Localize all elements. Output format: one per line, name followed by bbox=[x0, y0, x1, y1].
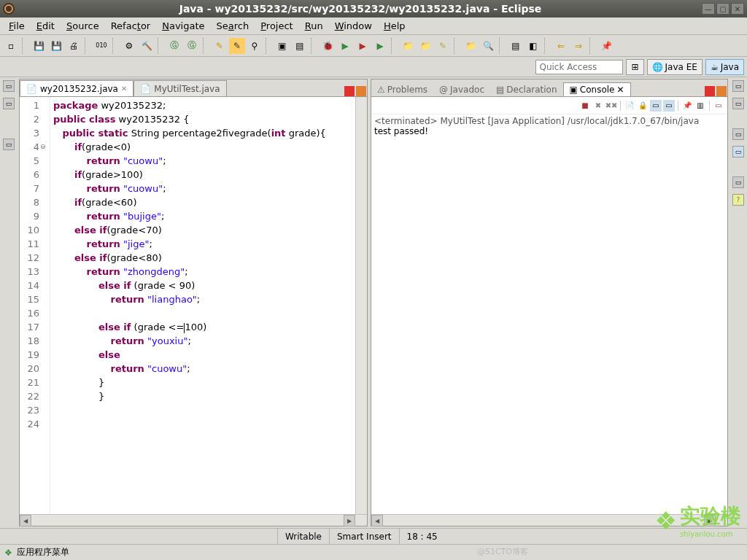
minimize-view-icon[interactable] bbox=[705, 86, 715, 96]
trim-restore-icon[interactable]: ▭ bbox=[732, 80, 744, 92]
save-icon[interactable]: 💾 bbox=[31, 38, 47, 54]
maximize-view-icon[interactable] bbox=[356, 86, 366, 96]
line-gutter: 123⊖456789101112131415161718192021222324 bbox=[20, 97, 50, 514]
print-icon[interactable]: 🖨 bbox=[66, 38, 82, 54]
new-pkg-icon[interactable]: Ⓖ bbox=[166, 38, 182, 54]
new-icon[interactable]: ▫ bbox=[3, 38, 19, 54]
scroll-left-icon[interactable]: ◀ bbox=[20, 515, 31, 526]
perspective-java[interactable]: ☕ Java bbox=[705, 59, 744, 75]
remove-all-icon[interactable]: ✖✖ bbox=[605, 100, 617, 112]
outline-view-icon[interactable]: ▭ bbox=[732, 98, 744, 109]
scroll-left-icon[interactable]: ◀ bbox=[371, 515, 383, 526]
wand-icon[interactable]: ✎ bbox=[212, 38, 228, 54]
right-trim: ▭ ▭ ▭ ▭ ▭ ? bbox=[729, 77, 747, 528]
pin-console-icon[interactable]: 📌 bbox=[681, 100, 693, 112]
terminate-icon[interactable]: ■ bbox=[579, 100, 591, 112]
build-icon[interactable]: 🔨 bbox=[139, 38, 155, 54]
vertical-scrollbar[interactable] bbox=[355, 97, 367, 514]
trim-restore4-icon[interactable]: ▭ bbox=[732, 176, 744, 188]
trim-restore2-icon[interactable]: ▭ bbox=[3, 139, 15, 150]
minimize-button[interactable]: — bbox=[702, 3, 715, 15]
scroll-right-icon[interactable]: ▶ bbox=[344, 515, 355, 526]
remove-icon[interactable]: ✖ bbox=[592, 100, 604, 112]
debug-srv-icon[interactable]: ⚙ bbox=[121, 38, 137, 54]
code-content[interactable]: package wy20135232;public class wy201352… bbox=[50, 97, 355, 514]
close-icon[interactable]: ✕ bbox=[617, 85, 624, 95]
console-horizontal-scrollbar[interactable]: ◀ ▶ bbox=[371, 514, 727, 526]
tab-console[interactable]: ▣ Console ✕ bbox=[563, 82, 631, 96]
code-editor[interactable]: 123⊖456789101112131415161718192021222324… bbox=[20, 97, 367, 514]
hex-icon[interactable]: 010 bbox=[93, 38, 109, 54]
debug-icon[interactable]: 🐞 bbox=[320, 38, 336, 54]
folder1-icon[interactable]: 📁 bbox=[400, 38, 416, 54]
help-icon[interactable]: ? bbox=[732, 194, 744, 206]
package-explorer-icon[interactable]: ▭ bbox=[3, 98, 15, 109]
tab-javadoc[interactable]: @ Javadoc bbox=[433, 83, 490, 96]
main-toolbar: ▫ 💾 💾 🖨 010 ⚙ 🔨 Ⓖ Ⓖ ✎ ✎ ⚲ ▣ ▤ 🐞 ▶ ▶ ▶ 📁 … bbox=[0, 35, 747, 57]
folder2-icon[interactable]: 📁 bbox=[417, 38, 433, 54]
menu-search[interactable]: Search bbox=[212, 19, 254, 33]
task-list-icon[interactable]: ▭ bbox=[732, 146, 744, 158]
tab-wy20135232[interactable]: 📄 wy20135232.java ✕ bbox=[20, 80, 133, 96]
java-file-icon: 📄 bbox=[26, 84, 37, 94]
menu-run[interactable]: Run bbox=[301, 19, 328, 33]
maximize-view-icon[interactable] bbox=[716, 86, 727, 96]
search-icon[interactable]: 🔍 bbox=[480, 38, 496, 54]
show-console1-icon[interactable]: ▭ bbox=[650, 100, 662, 112]
nav-back-icon[interactable]: ⇐ bbox=[553, 38, 569, 54]
close-icon[interactable]: ✕ bbox=[121, 85, 127, 93]
console-output[interactable]: <terminated> MyUtilTest [Java Applicatio… bbox=[371, 114, 727, 514]
scroll-right-icon[interactable]: ▶ bbox=[704, 515, 716, 526]
perspective-javaee[interactable]: 🌐 Java EE bbox=[647, 59, 703, 75]
open-console-icon[interactable]: ▭ bbox=[713, 100, 724, 112]
status-pos: 18 : 45 bbox=[399, 529, 445, 544]
menu-source[interactable]: Source bbox=[62, 19, 104, 33]
wand3-icon[interactable]: ✎ bbox=[435, 38, 451, 54]
trim-restore-icon[interactable]: ▭ bbox=[3, 80, 15, 92]
run-last-icon[interactable]: ▶ bbox=[372, 38, 388, 54]
status-bar: Writable Smart Insert 18 : 45 bbox=[0, 528, 747, 544]
tab-problems[interactable]: ⚠ Problems bbox=[371, 83, 433, 96]
folder3-icon[interactable]: 📁 bbox=[462, 38, 479, 54]
menu-window[interactable]: Window bbox=[330, 19, 376, 33]
ext-icon[interactable]: ▶ bbox=[355, 38, 371, 54]
tab-myutiltest[interactable]: 📄 MyUtilTest.java bbox=[133, 80, 226, 96]
menu-project[interactable]: Project bbox=[256, 19, 298, 33]
quick-access-input[interactable] bbox=[535, 60, 623, 74]
tab-declaration[interactable]: ▤ Declaration bbox=[490, 83, 563, 96]
scroll-lock-icon[interactable]: 🔒 bbox=[637, 100, 649, 112]
app-menu-button[interactable]: 应用程序菜单 bbox=[17, 546, 69, 559]
link-icon[interactable]: ⚲ bbox=[247, 38, 263, 54]
maximize-button[interactable]: ▢ bbox=[716, 3, 729, 15]
view-tabs: ⚠ Problems @ Javadoc ▤ Declaration ▣ Con… bbox=[371, 79, 727, 97]
wand2-icon[interactable]: ✎ bbox=[229, 38, 245, 54]
box2-icon[interactable]: ▤ bbox=[292, 38, 308, 54]
menu-help[interactable]: Help bbox=[379, 19, 410, 33]
menu-file[interactable]: File bbox=[4, 19, 29, 33]
save-all-icon[interactable]: 💾 bbox=[48, 38, 64, 54]
tool-icon[interactable]: ◧ bbox=[525, 38, 541, 54]
taskbar: ❖ 应用程序菜单 bbox=[0, 544, 747, 560]
run-icon[interactable]: ▶ bbox=[337, 38, 353, 54]
menu-navigate[interactable]: Navigate bbox=[158, 19, 209, 33]
workspace: ▭ ▭ ▭ 📄 wy20135232.java ✕ 📄 MyUtilTest.j… bbox=[0, 77, 747, 528]
open-perspective-button[interactable]: ⊞ bbox=[626, 59, 643, 75]
nav-fwd-icon[interactable]: ⇒ bbox=[570, 38, 587, 54]
close-button[interactable]: ✕ bbox=[731, 3, 744, 15]
perspective-bar: ⊞ 🌐 Java EE ☕ Java bbox=[0, 57, 747, 77]
new-cls-icon[interactable]: Ⓖ bbox=[184, 38, 200, 54]
trim-restore3-icon[interactable]: ▭ bbox=[732, 128, 744, 140]
menu-refactor[interactable]: Refactor bbox=[107, 19, 155, 33]
display-icon[interactable]: ▥ bbox=[694, 100, 706, 112]
pin-icon[interactable]: 📌 bbox=[598, 38, 614, 54]
menu-edit[interactable]: Edit bbox=[32, 19, 59, 33]
window-titlebar: Java - wy20135232/src/wy20135232/wy20135… bbox=[0, 0, 747, 18]
clear-icon[interactable]: 📄 bbox=[624, 100, 635, 112]
box1-icon[interactable]: ▣ bbox=[274, 38, 290, 54]
left-trim: ▭ ▭ ▭ bbox=[0, 77, 18, 528]
outline-icon[interactable]: ▤ bbox=[508, 38, 524, 54]
show-console2-icon[interactable]: ▭ bbox=[663, 100, 675, 112]
minimize-view-icon[interactable] bbox=[344, 86, 355, 96]
window-title: Java - wy20135232/src/wy20135232/wy20135… bbox=[19, 3, 702, 15]
horizontal-scrollbar[interactable]: ◀ ▶ bbox=[20, 514, 367, 526]
